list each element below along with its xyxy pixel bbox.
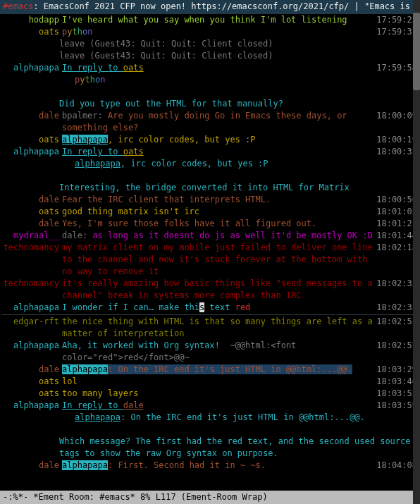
chat-line: alphapapa In reply to oats 18:00:35 (1, 146, 419, 158)
chat-line: dale bpalmer: Are you mostly doing Go in… (1, 110, 419, 134)
title-bar: #emacs: EmacsConf 2021 CFP now open! htt… (0, 0, 420, 14)
chat-line: oats alphapapa, irc color codes, but yes… (1, 134, 419, 146)
timestamp: 18:03:59 (376, 400, 419, 412)
timestamp: 18:00:35 (376, 146, 419, 158)
nick: dale (1, 364, 62, 376)
chat-line: oats good thing matrix isn't irc 18:01:0… (1, 206, 419, 218)
nick: oats (1, 376, 62, 388)
chat-line: dale alphapapa: On the IRC end it's just… (1, 364, 419, 376)
nick: alphapapa (1, 340, 62, 352)
timestamp: 18:02:57 (376, 340, 419, 352)
mention[interactable]: alphapapa (62, 364, 108, 374)
timestamp: 18:01:44 (376, 230, 419, 242)
nick: dale (1, 218, 62, 230)
chat-line: edgar-rft the nice thing with HTML is th… (1, 316, 419, 340)
channel-name: #emacs (3, 1, 33, 11)
timestamp: 17:59:25 (376, 14, 419, 26)
nick: alphapapa (1, 400, 62, 412)
reply-link[interactable]: In reply to (62, 400, 123, 410)
reply-link[interactable]: In reply to (62, 147, 123, 156)
nick: alphapapa (1, 146, 62, 158)
chat-line: technomancy it's really amazing how basi… (1, 278, 419, 302)
timestamp: 18:01:05 (376, 206, 419, 218)
nick: oats (1, 26, 62, 38)
timestamp: 18:02:35 (376, 278, 419, 290)
timestamp: 17:59:58 (376, 62, 419, 74)
nick: dale (1, 110, 62, 122)
rainbow-word: python (75, 74, 419, 86)
timestamp: 18:03:29 (376, 364, 419, 376)
nick: oats (1, 134, 62, 146)
scrollbar[interactable] (413, 0, 420, 504)
chat-line: alphapapa In reply to oats 17:59:58 (1, 62, 419, 74)
topic-text: : EmacsConf 2021 CFP now open! https://e… (33, 1, 420, 11)
system-line: leave (Guest43: Quit: Quit: Client close… (1, 38, 419, 50)
chat-line: mydraal__ dale: as long as it doesnt do … (1, 230, 419, 242)
chat-line: alphapapa I wonder if I can… make this t… (1, 302, 419, 314)
chat-line: dale Yes, I'm sure those folks have it a… (1, 218, 419, 230)
mention[interactable]: alphapapa (75, 159, 121, 168)
timestamp: 18:02:35 (376, 302, 419, 314)
nick: alphapapa (1, 62, 62, 74)
mention[interactable]: alphapapa (62, 460, 108, 470)
system-line: leave (Guest43: Quit: Quit: Client close… (1, 50, 419, 62)
timestamp: 18:04:08 (376, 460, 419, 472)
nick: alphapapa (1, 302, 62, 314)
nick: technomancy (1, 278, 62, 290)
chat-line: dale Fear the IRC client that interprets… (1, 194, 419, 206)
nick: oats (1, 388, 62, 400)
timestamp: 18:03:46 (376, 376, 419, 388)
separator (1, 314, 419, 315)
chat-line: technomancy my matrix client on my mobil… (1, 242, 419, 278)
chat-line: oats too many layers 18:03:52 (1, 388, 419, 400)
reply-link[interactable]: In reply to (62, 63, 123, 73)
timestamp: 18:02:55 (376, 316, 419, 328)
nick: hodapp (1, 14, 62, 26)
chat-line: alphapapa Aha, it worked with Org syntax… (1, 340, 419, 364)
timestamp: 18:01:21 (376, 218, 419, 230)
timestamp: 18:03:52 (376, 388, 419, 400)
scrollbar-thumb[interactable] (413, 13, 420, 90)
mention[interactable]: alphapapa (62, 135, 108, 145)
timestamp: 18:00:50 (376, 194, 419, 206)
rainbow-word: python (62, 26, 376, 38)
timestamp: 18:02:18 (376, 242, 419, 254)
nick: technomancy (1, 242, 62, 254)
nick: oats (1, 206, 62, 218)
chat-line: oats lol 18:03:46 (1, 376, 419, 388)
chat-line: hodapp I've heard what you say when you … (1, 14, 419, 26)
mention[interactable]: alphapapa (75, 412, 121, 422)
chat-line: alphapapa In reply to dale 18:03:59 (1, 400, 419, 412)
nick: dale (1, 194, 62, 206)
nick: mydraal__ (1, 230, 62, 242)
timestamp: 18:00:09 (376, 110, 419, 122)
chat-line: oats python 17:59:31 (1, 26, 419, 38)
chat-log[interactable]: hodapp I've heard what you say when you … (0, 14, 420, 490)
target-nick[interactable]: dale (123, 400, 144, 410)
chat-line: dale alphapapa: First. Second had it in … (1, 460, 419, 472)
target-nick[interactable]: oats (123, 147, 144, 156)
mode-line: -:%*- *Ement Room: #emacs* 8% L117 (Emen… (0, 491, 420, 504)
timestamp: 18:00:19 (376, 134, 419, 146)
nick: dale (1, 460, 62, 472)
timestamp: 17:59:31 (376, 26, 419, 38)
nick: edgar-rft (1, 316, 62, 328)
target-nick[interactable]: oats (123, 63, 144, 73)
